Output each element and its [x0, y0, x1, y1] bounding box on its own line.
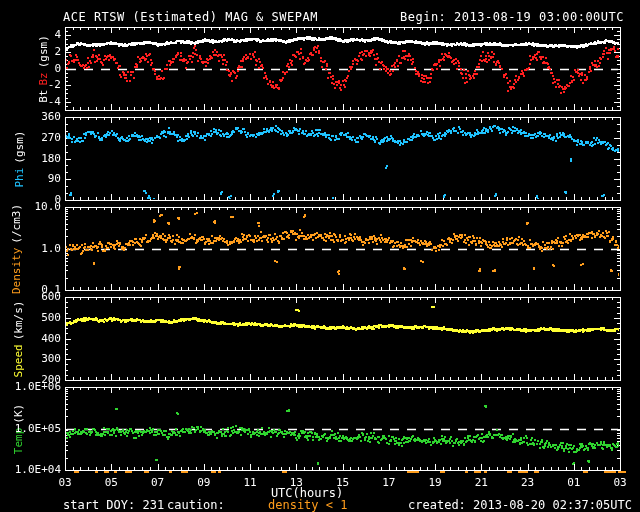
hour-tick-label: 21 — [466, 477, 496, 489]
hour-tick-label: 19 — [420, 477, 450, 489]
y-tick-label: 360 — [0, 111, 61, 123]
begin-timestamp: Begin: 2013-08-19 03:00:00UTC — [400, 11, 624, 23]
hour-tick-label: 05 — [96, 477, 126, 489]
footer-caution-value: density < 1 — [268, 499, 347, 511]
hour-tick-label: 01 — [559, 477, 589, 489]
y-tick-label: 90 — [0, 173, 61, 185]
y-tick-label: 10.0 — [0, 201, 61, 213]
y-tick-label: 400 — [0, 333, 61, 345]
y-tick-label: -4 — [0, 96, 61, 108]
y-axis-label-part: (K) — [12, 403, 25, 423]
y-tick-label: 500 — [0, 312, 61, 324]
footer-start-doy: start DOY: 231 — [63, 499, 164, 511]
footer-created-timestamp: created: 2013-08-20 02:37:05UTC — [408, 499, 632, 511]
ace-rtsw-swepam-plot: ACE RTSW (Estimated) MAG & SWEPAM Begin:… — [0, 0, 640, 512]
y-tick-label: 1.0E+04 — [0, 464, 61, 476]
page-title: ACE RTSW (Estimated) MAG & SWEPAM — [63, 11, 318, 23]
hour-tick-label: 09 — [189, 477, 219, 489]
y-tick-label: 1.0 — [0, 243, 61, 255]
y-tick-label: 2 — [0, 46, 61, 58]
hour-tick-label: 03 — [50, 477, 80, 489]
y-tick-label: 300 — [0, 353, 61, 365]
hour-tick-label: 17 — [374, 477, 404, 489]
footer-caution-label: caution: — [167, 499, 225, 511]
y-tick-label: 180 — [0, 153, 61, 165]
hour-tick-label: 23 — [513, 477, 543, 489]
plot-canvas — [0, 0, 640, 512]
y-tick-label: 1.0E+05 — [0, 423, 61, 435]
hour-tick-label: 07 — [143, 477, 173, 489]
hour-tick-label: 03 — [605, 477, 635, 489]
y-tick-label: -2 — [0, 79, 61, 91]
y-tick-label: 600 — [0, 291, 61, 303]
y-tick-label: 0 — [0, 63, 61, 75]
y-tick-label: 4 — [0, 29, 61, 41]
y-tick-label: 1.0E+06 — [0, 381, 61, 393]
y-tick-label: 270 — [0, 132, 61, 144]
